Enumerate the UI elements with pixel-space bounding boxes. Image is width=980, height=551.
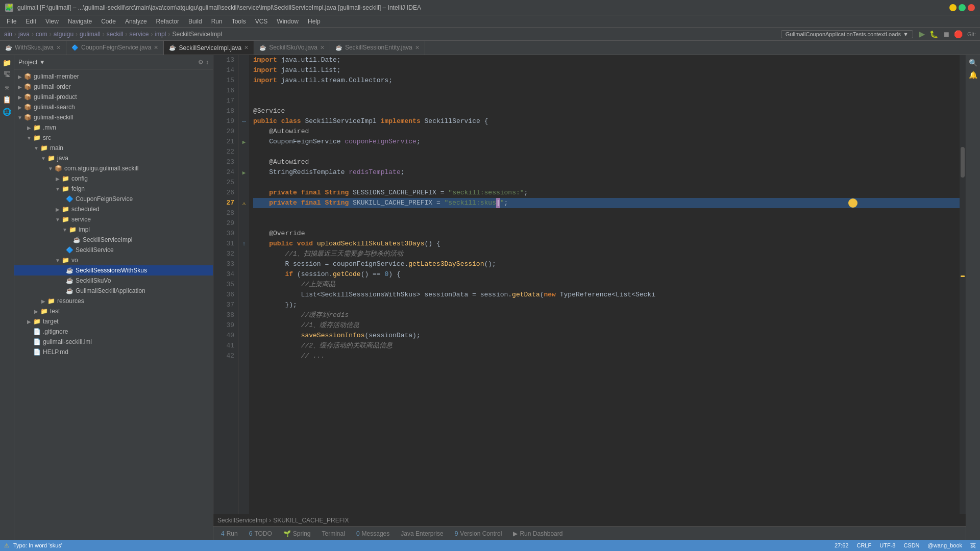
tab-withskus[interactable]: ☕ WithSkus.java ✕ [0, 41, 66, 55]
menu-vcs[interactable]: VCS [251, 17, 272, 26]
menu-analyze[interactable]: Analyze [121, 17, 151, 26]
tree-item-mvn[interactable]: ▶ 📁 .mvn [14, 122, 213, 133]
bottom-tab-run-dashboard[interactable]: ▶ Run Dashboard [508, 529, 568, 538]
status-lang-en[interactable]: 英 [970, 542, 976, 549]
tree-item-couponfeignservice[interactable]: 🔷 CouponFeignService [14, 194, 213, 204]
menu-window[interactable]: Window [273, 17, 303, 26]
project-tree[interactable]: ▶ 📦 gulimall-member ▶ 📦 gulimall-order ▶… [14, 69, 213, 540]
tree-item-com-package[interactable]: ▼ 📦 com.atguigu.gulimall.seckill [14, 163, 213, 173]
menu-view[interactable]: View [41, 17, 63, 26]
tab-couponfeignservice[interactable]: 🔷 CouponFeignService.java ✕ [66, 41, 164, 55]
breadcrumb-nav-class[interactable]: SeckillServiceImpl [217, 517, 267, 524]
breadcrumb-impl[interactable]: impl [155, 31, 166, 38]
tree-item-main[interactable]: ▼ 📁 main [14, 143, 213, 153]
override-gutter-icon[interactable]: ↑ [239, 239, 249, 249]
tab-seckillserviceimpl[interactable]: ☕ SeckillServiceImpl.java ✕ [164, 41, 254, 55]
sidebar-icon-notifications[interactable]: 🔔 [968, 69, 979, 81]
tree-item-seckillsesssionswithskus[interactable]: ☕ SeckillSesssionsWithSkus [14, 265, 213, 276]
window-controls[interactable] [949, 4, 975, 11]
project-panel-icon-sort[interactable]: ↕ [206, 59, 209, 66]
menu-refactor[interactable]: Refactor [152, 17, 183, 26]
sidebar-icon-bean-validation[interactable]: 🔍 [968, 57, 979, 68]
bottom-tab-java-enterprise[interactable]: Java Enterprise [396, 529, 448, 538]
breadcrumb-atguigu[interactable]: atguigu [54, 31, 74, 38]
tab-seckillserviceimpl-close[interactable]: ✕ [244, 44, 249, 51]
class-hierarchy-icon[interactable]: ↔ [239, 116, 249, 127]
tree-item-gitignore[interactable]: 📄 .gitignore [14, 327, 213, 337]
menu-file[interactable]: File [3, 17, 20, 26]
tree-item-seckillservice[interactable]: 🔷 SeckillService [14, 245, 213, 255]
run-button[interactable]: ▶ [916, 29, 927, 40]
menu-tools[interactable]: Tools [228, 17, 250, 26]
tree-item-seckillskuvo[interactable]: ☕ SeckillSkuVo [14, 276, 213, 286]
breadcrumb-nav-field[interactable]: SKUKILL_CACHE_PREFIX [273, 517, 349, 524]
tree-item-gulimall-member[interactable]: ▶ 📦 gulimall-member [14, 71, 213, 82]
debug-button[interactable]: 🐛 [928, 29, 940, 40]
menu-edit[interactable]: Edit [21, 17, 40, 26]
tab-withskus-close[interactable]: ✕ [56, 44, 61, 51]
breadcrumb-ain[interactable]: ain [4, 31, 12, 38]
status-line-ending[interactable]: CRLF [856, 542, 871, 548]
status-position[interactable]: 27:62 [835, 542, 849, 548]
bottom-tab-run[interactable]: 4 Run [216, 529, 243, 538]
tree-item-target[interactable]: ▶ 📁 target [14, 316, 213, 327]
status-encoding[interactable]: UTF-8 [879, 542, 895, 548]
breadcrumb-gulimall[interactable]: gulimall [80, 31, 101, 38]
tab-seckillskuvo-close[interactable]: ✕ [320, 44, 325, 51]
tree-item-resources[interactable]: ▶ 📁 resources [14, 296, 213, 306]
sidebar-icon-structure[interactable]: 🏗 [2, 69, 13, 81]
bottom-tab-vcs[interactable]: 9 Version Control [450, 529, 507, 538]
breadcrumb-seckill[interactable]: seckill [107, 31, 124, 38]
run-gutter-icon[interactable]: ▶ [239, 137, 249, 147]
minimize-button[interactable] [949, 4, 957, 11]
menu-navigate[interactable]: Navigate [64, 17, 96, 26]
tree-item-test[interactable]: ▶ 📁 test [14, 306, 213, 316]
tree-item-gulimallseckillapplication[interactable]: ☕ GulimallSeckillApplication [14, 286, 213, 296]
tab-seckillsessionentity-close[interactable]: ✕ [415, 44, 420, 51]
tree-item-gulimall-seckill[interactable]: ▼ 📦 gulimall-seckill [14, 112, 213, 122]
scroll-thumb[interactable] [961, 147, 965, 178]
status-warning-text[interactable]: Typo: In word 'skus' [13, 542, 62, 548]
bottom-tab-todo[interactable]: 6 TODO [244, 529, 277, 538]
code-content[interactable]: import java.util.Date; import java.util.… [249, 55, 960, 514]
scroll-indicator[interactable] [960, 55, 966, 514]
warning-gutter-icon[interactable]: ⚠ [239, 198, 249, 208]
tree-item-iml[interactable]: 📄 gulimall-seckill.iml [14, 337, 213, 347]
run-config-dropdown[interactable]: GulimallCouponApplicationTests.contextLo… [781, 30, 913, 38]
bottom-tab-terminal[interactable]: Terminal [317, 529, 350, 538]
tree-item-vo[interactable]: ▼ 📁 vo [14, 255, 213, 265]
breadcrumb-com[interactable]: com [36, 31, 47, 38]
menu-build[interactable]: Build [184, 17, 206, 26]
tab-couponfeignservice-close[interactable]: ✕ [154, 44, 158, 51]
tab-seckillskuvo[interactable]: ☕ SeckillSkuVo.java ✕ [254, 41, 330, 55]
tree-item-seckillserviceimpl[interactable]: ☕ SeckillServiceImpl [14, 235, 213, 245]
stop-button[interactable]: ⏹ [941, 29, 952, 40]
close-button[interactable] [968, 4, 975, 11]
sidebar-icon-project[interactable]: 📁 [2, 57, 13, 68]
menu-help[interactable]: Help [304, 17, 325, 26]
tab-seckillsessionentity[interactable]: ☕ SeckillSessionEntity.java ✕ [330, 41, 425, 55]
project-panel-icon-gear[interactable]: ⚙ [198, 59, 204, 66]
tree-item-gulimall-search[interactable]: ▶ 📦 gulimall-search [14, 102, 213, 112]
breadcrumb-java[interactable]: java [18, 31, 30, 38]
tree-item-feign[interactable]: ▼ 📁 feign [14, 184, 213, 194]
sidebar-icon-build[interactable]: ⚒ [2, 82, 13, 93]
breadcrumb-seckillserviceimpl[interactable]: SeckillServiceImpl [172, 31, 222, 38]
bottom-tab-spring[interactable]: 🌱 Spring [278, 529, 316, 538]
tree-item-gulimall-product[interactable]: ▶ 📦 gulimall-product [14, 92, 213, 102]
menu-code[interactable]: Code [97, 17, 120, 26]
breadcrumb-service[interactable]: service [129, 31, 149, 38]
bottom-tab-messages[interactable]: 0 Messages [351, 529, 395, 538]
code-editor[interactable]: 13 14 15 16 17 18 19 20 21 22 23 24 25 2… [213, 55, 966, 514]
tree-item-impl[interactable]: ▼ 📁 impl [14, 224, 213, 235]
tree-item-src[interactable]: ▼ 📁 src [14, 133, 213, 143]
tree-item-scheduled[interactable]: ▶ 📁 scheduled [14, 204, 213, 214]
tree-item-config[interactable]: ▶ 📁 config [14, 173, 213, 184]
tree-item-service[interactable]: ▼ 📁 service [14, 214, 213, 224]
stop-red-button[interactable]: 🛑 [953, 29, 964, 40]
tree-item-java[interactable]: ▼ 📁 java [14, 153, 213, 163]
maximize-button[interactable] [959, 4, 966, 11]
tree-item-gulimall-order[interactable]: ▶ 📦 gulimall-order [14, 82, 213, 92]
menu-run[interactable]: Run [207, 17, 227, 26]
tree-item-help[interactable]: 📄 HELP.md [14, 347, 213, 357]
